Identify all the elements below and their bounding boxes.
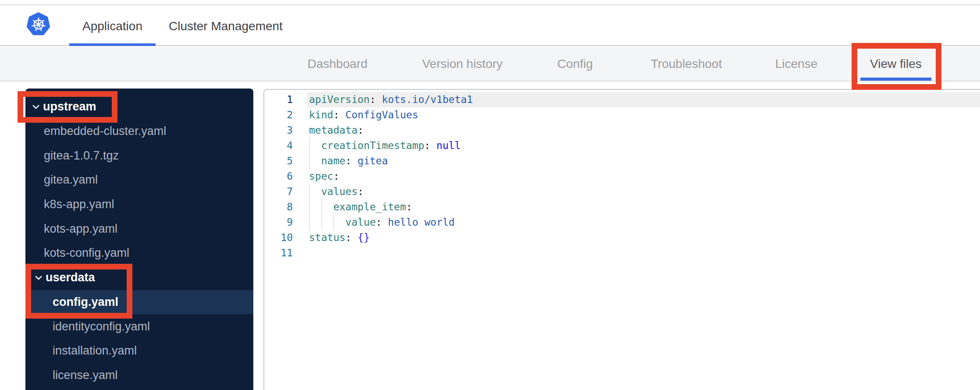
indent-guide (321, 215, 322, 230)
indent-guide (333, 215, 334, 230)
code-line-10: 10status: {} (264, 230, 980, 245)
token-colon: : (333, 109, 339, 121)
code-text: creationTimestamp: null (301, 138, 980, 153)
tree-item-config-yaml[interactable]: config.yaml (25, 290, 253, 315)
nav-tab-label: Version history (422, 57, 503, 71)
tree-item-upstream[interactable]: upstream (25, 95, 253, 119)
header-tabs: ApplicationCluster Management (69, 5, 296, 45)
tree-item-embedded-cluster-yaml[interactable]: embedded-cluster.yaml (25, 119, 253, 144)
code-line-7: 7 values: (264, 184, 980, 199)
tree-item-kots-config-yaml[interactable]: kots-config.yaml (25, 241, 253, 266)
token-key: spec (309, 170, 333, 182)
file-label: kots-config.yaml (44, 246, 129, 260)
nav-tab-license[interactable]: License (775, 47, 818, 81)
file-label: gitea-1.0.7.tgz (44, 149, 119, 163)
nav-tab-label: Config (557, 57, 593, 71)
tree-item-k8s-app-yaml[interactable]: k8s-app.yaml (25, 192, 253, 217)
token-kw: null (437, 140, 461, 151)
code-line-11: 11 (264, 245, 980, 261)
tree-item-kots-app-yaml[interactable]: kots-app.yaml (25, 216, 253, 241)
nav-tab-label: License (775, 57, 818, 71)
indent-guide (321, 199, 322, 215)
line-number: 10 (264, 230, 301, 245)
code-text: metadata: (301, 123, 980, 138)
token-key: name (321, 155, 345, 167)
token-plain (382, 216, 388, 228)
token-colon: : (424, 140, 430, 151)
tree-item-installation-yaml[interactable]: installation.yaml (25, 339, 253, 363)
file-label: gitea.yaml (44, 173, 98, 187)
token-key: kind (309, 109, 333, 121)
code-text: values: (301, 184, 980, 199)
folder-label: userdata (46, 271, 95, 284)
app-nav-bar: DashboardVersion historyConfigTroublesho… (0, 47, 980, 82)
file-tree: upstreamembedded-cluster.yamlgitea-1.0.7… (25, 89, 253, 390)
line-number: 1 (264, 92, 301, 107)
token-colon: : (345, 155, 352, 167)
tree-item-license-yaml[interactable]: license.yaml (25, 363, 253, 388)
code-line-5: 5 name: gitea (264, 153, 980, 169)
code-line-4: 4 creationTimestamp: null (264, 138, 980, 153)
token-plain (339, 109, 345, 121)
token-colon: : (333, 170, 339, 182)
code-text: status: {} (301, 230, 980, 245)
token-colon: : (376, 216, 382, 228)
indent-guide (309, 153, 310, 169)
tab-application[interactable]: Application (69, 5, 156, 45)
line-number: 3 (264, 123, 301, 138)
file-label: config.yaml (53, 295, 118, 309)
code-line-6: 6spec: (264, 169, 980, 184)
token-colon: : (345, 232, 352, 243)
token-str: kots.io/v1beta1 (382, 94, 473, 105)
nav-tab-version-history[interactable]: Version history (422, 47, 503, 81)
file-label: identityconfig.yaml (53, 320, 150, 333)
chevron-down-icon (34, 273, 43, 282)
tab-cluster-management[interactable]: Cluster Management (156, 5, 296, 45)
nav-tab-label: View files (870, 57, 922, 71)
indent-guide (309, 184, 310, 199)
tree-item-gitea-yaml[interactable]: gitea.yaml (25, 168, 253, 192)
code-lines: 1apiVersion: kots.io/v1beta12kind: Confi… (264, 90, 980, 261)
token-key: apiVersion (309, 94, 369, 105)
line-number: 11 (264, 245, 301, 261)
helm-wheel-icon (30, 16, 47, 33)
token-bracket: {} (358, 232, 370, 243)
code-text: kind: ConfigValues (301, 107, 980, 123)
code-line-8: 8 example_item: (264, 199, 980, 215)
nav-tab-view-files[interactable]: View files (870, 47, 922, 81)
code-line-2: 2kind: ConfigValues (264, 107, 980, 123)
tree-item-identityconfig-yaml[interactable]: identityconfig.yaml (25, 314, 253, 339)
token-plain (309, 155, 321, 167)
line-number: 7 (264, 184, 301, 199)
line-number: 8 (264, 199, 301, 215)
token-plain (309, 186, 321, 197)
line-number: 2 (264, 107, 301, 123)
code-line-3: 3metadata: (264, 123, 980, 138)
kubernetes-logo (26, 12, 50, 36)
code-text: name: gitea (301, 153, 980, 169)
folder-label: upstream (43, 100, 96, 113)
token-colon: : (358, 186, 364, 197)
app-header: ApplicationCluster Management (0, 5, 980, 46)
tab-label: Application (82, 19, 142, 33)
nav-tab-label: Dashboard (308, 57, 368, 71)
tree-item-userdata[interactable]: userdata (25, 266, 253, 290)
code-editor[interactable]: 1apiVersion: kots.io/v1beta12kind: Confi… (263, 89, 980, 390)
file-label: embedded-cluster.yaml (44, 124, 166, 138)
indent-guide (309, 215, 310, 230)
tab-label: Cluster Management (169, 19, 283, 33)
token-plain (309, 140, 321, 151)
code-text (301, 245, 980, 261)
token-str: ConfigValues (345, 109, 418, 121)
nav-tab-config[interactable]: Config (557, 47, 593, 81)
nav-tab-troubleshoot[interactable]: Troubleshoot (651, 47, 722, 81)
token-colon: : (406, 201, 412, 213)
code-line-1: 1apiVersion: kots.io/v1beta1 (264, 92, 980, 107)
token-plain (352, 232, 358, 243)
tree-item-gitea-1-0-7-tgz[interactable]: gitea-1.0.7.tgz (25, 143, 253, 168)
token-str: hello world (388, 216, 454, 228)
token-plain (430, 140, 437, 151)
token-colon: : (369, 94, 376, 105)
line-number: 5 (264, 153, 301, 169)
nav-tab-dashboard[interactable]: Dashboard (308, 47, 368, 81)
